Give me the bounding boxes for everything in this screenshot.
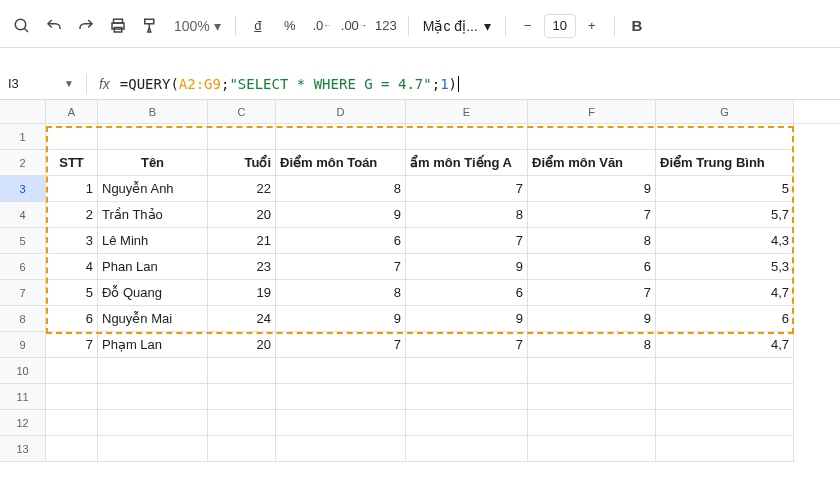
font-size-input[interactable]: 10	[544, 14, 576, 38]
cell[interactable]	[528, 410, 656, 436]
cell[interactable]: 3	[46, 228, 98, 254]
cell[interactable]	[528, 436, 656, 462]
cell[interactable]: 7	[406, 332, 528, 358]
cell[interactable]	[208, 436, 276, 462]
cell[interactable]: 7	[406, 176, 528, 202]
cell[interactable]	[528, 384, 656, 410]
zoom-select[interactable]: 100%▾	[168, 18, 227, 34]
cell[interactable]	[46, 124, 98, 150]
increase-font-icon[interactable]: +	[578, 12, 606, 40]
col-header-g[interactable]: G	[656, 100, 794, 123]
cell[interactable]	[528, 358, 656, 384]
cell[interactable]: 7	[528, 280, 656, 306]
decrease-decimal-icon[interactable]: .0←	[308, 12, 336, 40]
search-icon[interactable]	[8, 12, 36, 40]
undo-icon[interactable]	[40, 12, 68, 40]
cell[interactable]	[656, 436, 794, 462]
percent-icon[interactable]: %	[276, 12, 304, 40]
formula-input[interactable]: =QUERY(A2:G9; "SELECT * WHERE G = 4.7"; …	[120, 76, 459, 92]
bold-button[interactable]: B	[623, 12, 651, 40]
cell[interactable]: 23	[208, 254, 276, 280]
row-header[interactable]: 4	[0, 202, 46, 228]
cell[interactable]: 19	[208, 280, 276, 306]
row-header[interactable]: 11	[0, 384, 46, 410]
cell[interactable]: 1	[46, 176, 98, 202]
cell[interactable]	[276, 436, 406, 462]
cell[interactable]: 7	[46, 332, 98, 358]
row-header[interactable]: 5	[0, 228, 46, 254]
cell[interactable]: 24	[208, 306, 276, 332]
cell[interactable]: 9	[406, 254, 528, 280]
cell[interactable]	[406, 410, 528, 436]
paint-format-icon[interactable]	[136, 12, 164, 40]
cell[interactable]	[528, 124, 656, 150]
col-header-f[interactable]: F	[528, 100, 656, 123]
cell[interactable]: 7	[528, 202, 656, 228]
cell[interactable]: 6	[656, 306, 794, 332]
cell[interactable]	[406, 358, 528, 384]
cell[interactable]	[406, 436, 528, 462]
cell[interactable]	[208, 410, 276, 436]
cell[interactable]: 5,7	[656, 202, 794, 228]
cell[interactable]	[208, 358, 276, 384]
chevron-down-icon[interactable]: ▼	[64, 78, 74, 89]
cell[interactable]: 4	[46, 254, 98, 280]
redo-icon[interactable]	[72, 12, 100, 40]
cell-reference[interactable]: I3	[8, 76, 64, 91]
cell[interactable]: Nguyễn Anh	[98, 176, 208, 202]
cell[interactable]	[276, 410, 406, 436]
cell[interactable]: 20	[208, 202, 276, 228]
cell[interactable]: 9	[276, 306, 406, 332]
cell[interactable]: 5	[46, 280, 98, 306]
cell[interactable]: 9	[528, 306, 656, 332]
row-header[interactable]: 13	[0, 436, 46, 462]
cell[interactable]: 9	[528, 176, 656, 202]
cell[interactable]	[98, 436, 208, 462]
font-select[interactable]: Mặc đị...▾	[417, 18, 497, 34]
cell[interactable]: Điểm môn Văn	[528, 150, 656, 176]
cell[interactable]: 6	[46, 306, 98, 332]
cell[interactable]: Phan Lan	[98, 254, 208, 280]
print-icon[interactable]	[104, 12, 132, 40]
row-header[interactable]: 9	[0, 332, 46, 358]
cell[interactable]: Tên	[98, 150, 208, 176]
cell[interactable]	[656, 358, 794, 384]
cell[interactable]: Lê Minh	[98, 228, 208, 254]
cell[interactable]: 8	[276, 176, 406, 202]
select-all-corner[interactable]	[0, 100, 46, 123]
cell[interactable]	[276, 124, 406, 150]
cell[interactable]: 6	[406, 280, 528, 306]
row-header[interactable]: 6	[0, 254, 46, 280]
increase-decimal-icon[interactable]: .00→	[340, 12, 368, 40]
cell[interactable]	[656, 410, 794, 436]
cell[interactable]: 8	[406, 202, 528, 228]
currency-icon[interactable]: đ	[244, 12, 272, 40]
cell[interactable]	[208, 124, 276, 150]
col-header-a[interactable]: A	[46, 100, 98, 123]
col-header-b[interactable]: B	[98, 100, 208, 123]
cell[interactable]: Điểm môn Toán	[276, 150, 406, 176]
row-header[interactable]: 8	[0, 306, 46, 332]
cell[interactable]	[276, 384, 406, 410]
cell[interactable]: 2	[46, 202, 98, 228]
cell[interactable]: 9	[276, 202, 406, 228]
cell[interactable]	[406, 384, 528, 410]
cell[interactable]	[656, 124, 794, 150]
more-formats-icon[interactable]: 123	[372, 12, 400, 40]
cell[interactable]	[276, 358, 406, 384]
col-header-c[interactable]: C	[208, 100, 276, 123]
cell[interactable]: 6	[276, 228, 406, 254]
row-header[interactable]: 10	[0, 358, 46, 384]
cell[interactable]: 4,7	[656, 280, 794, 306]
cell[interactable]	[98, 384, 208, 410]
cell[interactable]: 8	[528, 332, 656, 358]
cell[interactable]: Phạm Lan	[98, 332, 208, 358]
cell[interactable]: ẩm môn Tiếng A	[406, 150, 528, 176]
row-header[interactable]: 3	[0, 176, 46, 202]
cell[interactable]: Điểm Trung Bình	[656, 150, 794, 176]
row-header[interactable]: 1	[0, 124, 46, 150]
cell[interactable]: Nguyễn Mai	[98, 306, 208, 332]
col-header-e[interactable]: E	[406, 100, 528, 123]
decrease-font-icon[interactable]: −	[514, 12, 542, 40]
cell[interactable]: 7	[406, 228, 528, 254]
